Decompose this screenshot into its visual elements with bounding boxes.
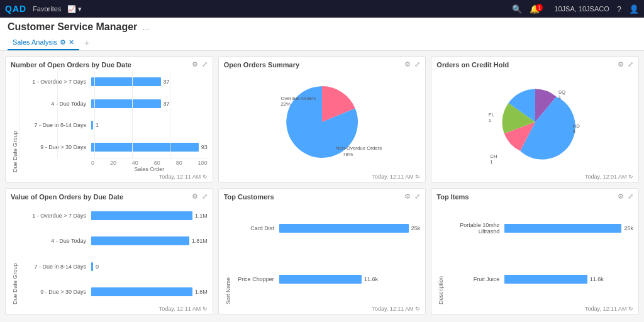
x-axis-title: Sales Order xyxy=(91,166,208,172)
widget-settings-icon-2[interactable]: ⚙ xyxy=(404,60,411,69)
widget-actions-open-orders: ⚙ ⤢ xyxy=(192,60,208,69)
tab-settings-icon[interactable]: ⚙ xyxy=(60,38,66,47)
customer-value-1: 11.6k xyxy=(364,276,378,282)
notification-badge: 1 xyxy=(536,4,543,11)
widget-expand-icon-6[interactable]: ⤢ xyxy=(628,192,633,201)
y-axis-label-value: Due Date Group xyxy=(11,203,19,304)
tab-label: Sales Analysis xyxy=(13,38,57,46)
val-bar-label-1: 4 - Due Today xyxy=(19,238,89,244)
item-fill-0 xyxy=(504,224,621,233)
widget-top-customers: Top Customers ⚙ ⤢ Sort Name Card Dist 25… xyxy=(218,188,426,315)
widget-open-orders-summary: Open Orders Summary ⚙ ⤢ Overdue Orders 2… xyxy=(218,56,426,183)
bar-fill-3 xyxy=(91,143,199,152)
val-bar-fill-3 xyxy=(91,287,192,296)
bar-fill-2 xyxy=(91,121,93,130)
val-bar-row-0: 1 - Overdue > 7 Days 1.1M xyxy=(19,210,208,221)
val-bar-value-1: 1.81M xyxy=(192,238,208,244)
widget-top-items: Top Items ⚙ ⤢ Description Portable 10mhz… xyxy=(431,188,639,315)
user-avatar[interactable]: 👤 xyxy=(629,4,639,14)
pie-label-overdue-pct: 22% xyxy=(280,101,291,106)
customer-name-0: Card Dist xyxy=(233,225,277,231)
user-menu[interactable]: 10JSA, 10JSACO xyxy=(554,5,609,13)
widget-value-open-orders: Value of Open Orders by Due Date ⚙ ⤢ Due… xyxy=(5,188,213,315)
analytics-icon[interactable]: 📈 ▾ xyxy=(67,5,82,13)
bar-row-0: 1 - Overdue > 7 Days 37 xyxy=(19,76,208,87)
open-orders-summary-chart: Overdue Orders 22% Non-Overdue Orders 78… xyxy=(224,71,421,172)
bar-row-3: 9 - Due > 30 Days 93 xyxy=(19,142,208,153)
item-bar-1: Fruit Juice 11.6k xyxy=(445,274,633,285)
widget-expand-icon-3[interactable]: ⤢ xyxy=(628,60,633,69)
val-bar-value-2: 0 xyxy=(96,264,99,270)
bar-label-3: 9 - Due > 30 Days xyxy=(19,144,89,150)
bar-label-2: 7 - Due in 8-14 Days xyxy=(19,122,89,128)
title-options[interactable]: ... xyxy=(142,22,150,32)
widget-header-value: Value of Open Orders by Due Date ⚙ ⤢ xyxy=(11,192,208,201)
y-axis-label-open-orders: Due Date Group xyxy=(11,71,19,172)
svg-text:3: 3 xyxy=(572,128,575,134)
pie-label-non-overdue: Non-Overdue Orders xyxy=(336,145,382,150)
widget-settings-icon-5[interactable]: ⚙ xyxy=(404,192,411,201)
bar-label-0: 1 - Overdue > 7 Days xyxy=(19,79,89,85)
widget-open-orders-by-due: Number of Open Orders by Due Date ⚙ ⤢ Du… xyxy=(5,56,213,183)
val-bar-label-0: 1 - Overdue > 7 Days xyxy=(19,213,89,219)
customer-name-1: Price Chopper xyxy=(233,276,277,282)
customer-fill-0 xyxy=(279,224,409,233)
widget-settings-icon[interactable]: ⚙ xyxy=(192,60,198,69)
help-icon[interactable]: ? xyxy=(617,4,621,14)
widget-expand-icon-4[interactable]: ⤢ xyxy=(202,192,208,201)
widget-title-open-orders: Number of Open Orders by Due Date xyxy=(11,61,131,69)
search-icon[interactable]: 🔍 xyxy=(512,4,522,14)
bar-value-1: 37 xyxy=(164,101,170,107)
widget-orders-credit-hold: Orders on Credit Hold ⚙ ⤢ xyxy=(431,56,639,183)
favorites-menu[interactable]: Favorites xyxy=(33,5,61,13)
item-value-1: 11.6k xyxy=(590,276,604,282)
tab-close-icon[interactable]: ✕ xyxy=(69,38,74,47)
widget-actions-value: ⚙ ⤢ xyxy=(192,192,208,201)
bar-fill-1 xyxy=(91,99,161,108)
qad-logo: QAD xyxy=(5,4,26,14)
widget-actions-credit: ⚙ ⤢ xyxy=(618,60,633,69)
val-bar-row-2: 7 - Due in 8-14 Days 0 xyxy=(19,261,208,272)
val-bar-row-3: 9 - Due > 30 Days 1.6M xyxy=(19,286,208,297)
val-bar-label-3: 9 - Due > 30 Days xyxy=(19,289,89,295)
val-bar-value-0: 1.1M xyxy=(195,213,208,219)
widget-footer-value: Today, 12:11 AM ↻ xyxy=(11,306,208,312)
tabs-row: Sales Analysis ⚙ ✕ + xyxy=(8,35,636,50)
val-bar-fill-2 xyxy=(91,262,93,271)
pie-label-HD: HD xyxy=(572,123,580,128)
item-bar-0: Portable 10mhz Ultrasnd 25k xyxy=(445,223,633,234)
customer-fill-1 xyxy=(279,275,362,284)
widget-expand-icon-2[interactable]: ⤢ xyxy=(414,60,420,69)
widget-title-customers: Top Customers xyxy=(224,193,274,201)
widget-header-customers: Top Customers ⚙ ⤢ xyxy=(224,192,421,201)
widget-footer-customers: Today, 12:11 AM ↻ xyxy=(224,306,421,312)
widget-settings-icon-6[interactable]: ⚙ xyxy=(618,192,624,201)
widget-title-value: Value of Open Orders by Due Date xyxy=(11,193,123,201)
tab-add-button[interactable]: + xyxy=(79,35,94,50)
widget-expand-icon-5[interactable]: ⤢ xyxy=(414,192,420,201)
pie-label-CH: CH xyxy=(490,153,497,158)
notification-icon[interactable]: 🔔1 xyxy=(530,4,547,14)
customer-bar-1: Price Chopper 11.6k xyxy=(233,274,421,285)
widget-settings-icon-4[interactable]: ⚙ xyxy=(192,192,198,201)
widget-settings-icon-3[interactable]: ⚙ xyxy=(618,60,624,69)
val-bar-label-2: 7 - Due in 8-14 Days xyxy=(19,264,89,270)
pie-label-non-overdue-pct: 78% xyxy=(343,152,353,157)
svg-text:1: 1 xyxy=(488,118,491,123)
customer-bar-0: Card Dist 25k xyxy=(233,223,421,234)
widget-expand-icon[interactable]: ⤢ xyxy=(202,60,208,69)
item-value-0: 25k xyxy=(624,225,633,231)
widget-footer-summary: Today, 12:11 AM ↻ xyxy=(224,174,421,180)
bar-row-1: 4 - Due Today 37 xyxy=(19,98,208,109)
bar-value-0: 37 xyxy=(164,79,170,85)
widget-header-credit: Orders on Credit Hold ⚙ ⤢ xyxy=(436,60,633,69)
app-header: Customer Service Manager ... Sales Analy… xyxy=(0,18,644,51)
page-title: Customer Service Manager xyxy=(8,21,137,33)
widget-header-items: Top Items ⚙ ⤢ xyxy=(436,192,633,201)
item-fill-1 xyxy=(504,275,587,284)
widget-header-summary: Open Orders Summary ⚙ ⤢ xyxy=(224,60,421,69)
tab-sales-analysis[interactable]: Sales Analysis ⚙ ✕ xyxy=(8,36,79,50)
value-open-orders-chart: Due Date Group 1 - Overdue > 7 Days 1.1M… xyxy=(11,203,208,304)
widget-header-open-orders: Number of Open Orders by Due Date ⚙ ⤢ xyxy=(11,60,208,69)
y-axis-label-items: Description xyxy=(436,203,445,304)
